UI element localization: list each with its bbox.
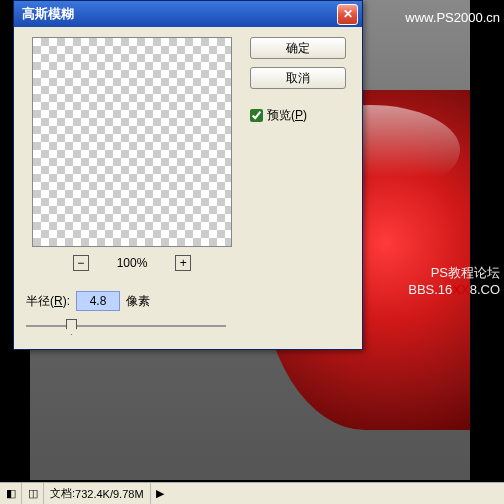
dialog-left-column: − 100% + 半径(R): 像素 [26,37,238,335]
plus-icon: + [180,257,187,269]
statusbar-icon-2[interactable]: ◫ [22,483,44,504]
ok-button[interactable]: 确定 [250,37,346,59]
zoom-out-button[interactable]: − [73,255,89,271]
dialog-title: 高斯模糊 [22,5,337,23]
status-bar: ◧ ◫ 文档:732.4K/9.78M ▶ [0,482,504,504]
slider-track-line [26,325,226,327]
close-icon: ✕ [343,7,353,21]
preview-checkbox[interactable] [250,109,263,122]
statusbar-doc-info: 文档:732.4K/9.78M [44,483,151,504]
statusbar-arrow[interactable]: ▶ [151,487,169,500]
radius-slider[interactable] [26,317,226,335]
cancel-button[interactable]: 取消 [250,67,346,89]
preview-area[interactable] [32,37,232,247]
dialog-titlebar[interactable]: 高斯模糊 ✕ [14,1,362,27]
statusbar-icon-1[interactable]: ◧ [0,483,22,504]
close-button[interactable]: ✕ [337,4,358,25]
preview-checkbox-row[interactable]: 预览(P) [250,107,307,124]
zoom-percent-label: 100% [117,256,148,270]
minus-icon: − [77,257,84,269]
slider-thumb[interactable] [66,319,77,335]
arrow-right-icon: ▶ [156,487,164,500]
dialog-right-column: 确定 取消 预览(P) [250,37,350,335]
watermark-top: www.PS2000.cn [405,10,500,25]
watermark-forum-line2: BBS.16XX8.CO [408,282,500,299]
zoom-controls: − 100% + [26,255,238,271]
radius-unit-label: 像素 [126,293,150,310]
radius-label: 半径(R): [26,293,70,310]
radius-row: 半径(R): 像素 [26,291,238,311]
watermark-forum-line1: PS教程论坛 [408,265,500,282]
watermark-forum: PS教程论坛 BBS.16XX8.CO [408,265,500,299]
radius-input[interactable] [76,291,120,311]
zoom-in-button[interactable]: + [175,255,191,271]
dialog-body: − 100% + 半径(R): 像素 确定 取消 [14,27,362,349]
gaussian-blur-dialog: 高斯模糊 ✕ − 100% + 半径(R): 像素 [13,0,363,350]
preview-checkbox-label: 预览(P) [267,107,307,124]
